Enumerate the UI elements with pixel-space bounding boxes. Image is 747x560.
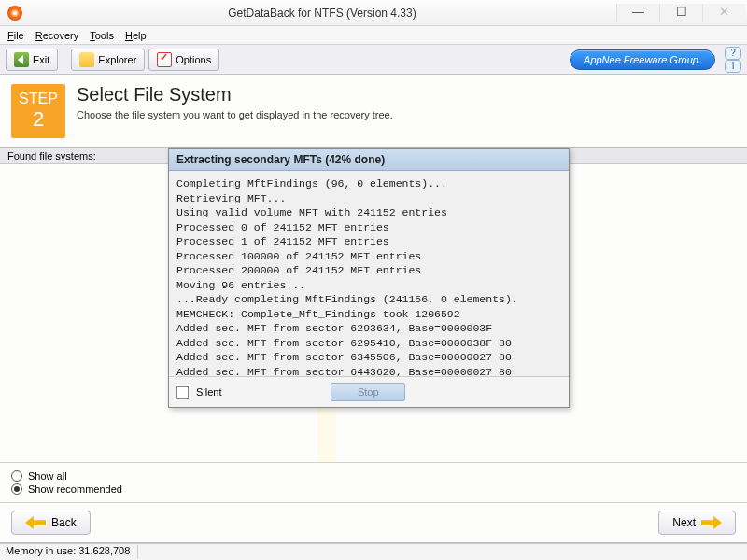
status-memory: Memory in use: 31,628,708 [6,545,138,559]
page-subtitle: Choose the file system you want to get d… [77,109,393,120]
arrow-left-icon [25,516,46,529]
exit-button[interactable]: Exit [6,49,58,71]
titlebar: GetDataBack for NTFS (Version 4.33) — ☐ … [0,0,747,26]
progress-dialog: Extracting secondary MFTs (42% done) Com… [168,148,570,408]
step-word: STEP [19,90,58,107]
silent-label: Silent [196,386,222,398]
options-icon [157,52,172,67]
next-button[interactable]: Next [658,511,736,535]
show-recommended-radio[interactable] [11,483,22,495]
dialog-log: Completing MftFindings (96, 0 elements).… [169,171,569,376]
window-title: GetDataBack for NTFS (Version 4.33) [28,7,616,20]
info-icon[interactable]: i [725,60,741,73]
menubar: File Recovery Tools Help [0,26,747,45]
arrow-right-icon [701,516,722,529]
step-number: 2 [33,107,44,132]
menu-recovery[interactable]: Recovery [35,30,78,41]
next-label: Next [672,516,696,529]
help-icon[interactable]: ? [725,47,741,60]
options-button[interactable]: Options [148,49,219,71]
menu-help[interactable]: Help [125,30,147,41]
maximize-button[interactable]: ☐ [659,4,702,22]
content-area: Extracting secondary MFTs (42% done) Com… [0,164,747,463]
dialog-title: Extracting secondary MFTs (42% done) [169,149,569,171]
statusbar: Memory in use: 31,628,708 [0,543,747,560]
options-label: Options [176,54,211,65]
step-indicator: STEP 2 [11,84,65,138]
back-label: Back [51,516,77,529]
back-button[interactable]: Back [11,511,91,535]
menu-file[interactable]: File [7,30,24,41]
step-header: STEP 2 Select File System Choose the fil… [0,75,747,148]
show-recommended-label: Show recommended [28,483,122,495]
minimize-button[interactable]: — [616,4,659,22]
toolbar: Exit Explorer Options AppNee Freeware Gr… [0,45,747,75]
window-controls: — ☐ ✕ [616,4,745,22]
explorer-button[interactable]: Explorer [71,49,145,71]
menu-tools[interactable]: Tools [90,30,114,41]
show-all-radio[interactable] [11,470,22,482]
page-title: Select File System [77,84,393,105]
app-icon [7,6,22,21]
silent-checkbox[interactable] [176,386,189,399]
display-options: Show all Show recommended [0,463,747,503]
explorer-icon [79,52,94,67]
exit-label: Exit [33,54,49,65]
exit-icon [14,52,29,67]
show-all-label: Show all [28,470,67,482]
header-text: Select File System Choose the file syste… [77,84,393,138]
explorer-label: Explorer [98,54,136,65]
close-button[interactable]: ✕ [702,4,745,22]
nav-row: Back Next [0,503,747,543]
help-icons: ? i [725,47,741,73]
stop-button[interactable]: Stop [331,383,405,401]
brand-badge: AppNee Freeware Group. [570,49,715,70]
dialog-footer: Silent Stop [169,376,569,407]
